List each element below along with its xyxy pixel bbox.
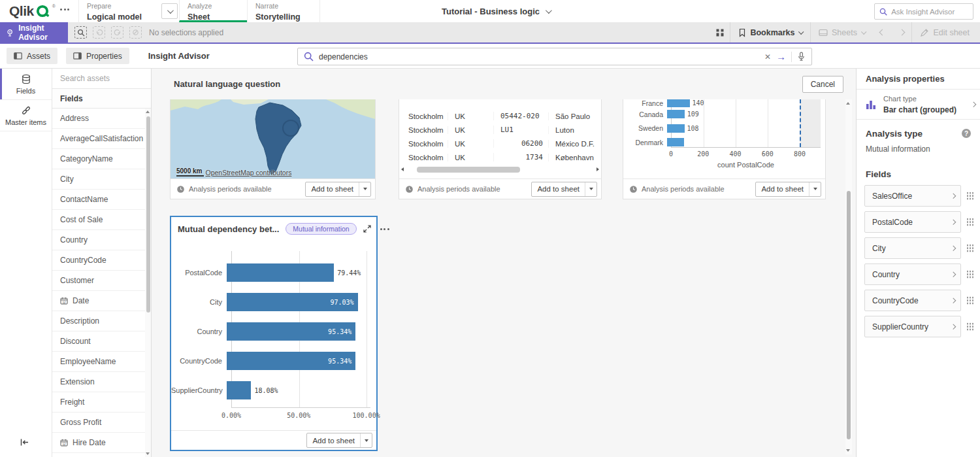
bar[interactable]: 95.34% [227,352,355,370]
map-chart-card[interactable]: 5000 km OpenStreetMap contributors Analy… [170,99,376,199]
tab-analyze[interactable]: Analyze Sheet [179,0,247,22]
scroll-down-icon[interactable] [846,449,850,452]
field-list-item[interactable]: 12 City [52,169,151,190]
mutual-dependency-chart-card[interactable]: Mutual dependency bet... Mutual informat… [170,216,378,451]
count-postalcode-chart-card[interactable]: France 140 Canada [623,99,826,199]
bar[interactable]: 97.03% [227,293,358,311]
field-list-item[interactable]: 12 Gross Profit [52,413,151,433]
scrollbar-thumb[interactable] [847,191,851,439]
field-list-item[interactable]: 12 Date [52,291,151,311]
bar[interactable]: 18.08% [227,381,251,399]
field-list-item[interactable]: 12 Country [52,230,151,250]
analysis-field-chip[interactable]: SupplierCountry [864,316,961,337]
expand-icon[interactable] [363,225,371,233]
scrollbar-track[interactable] [406,167,595,173]
drag-handle-icon[interactable] [966,244,973,253]
help-icon[interactable]: ? [962,129,971,138]
drag-handle-icon[interactable] [966,296,973,305]
add-to-sheet-button[interactable]: Add to sheet [305,182,371,197]
collapse-panel-button[interactable] [20,437,29,449]
field-list-item[interactable]: 12 Customer [52,271,151,291]
add-to-sheet-caret[interactable] [359,182,370,196]
scroll-up-icon[interactable] [146,110,150,113]
scrollbar-thumb[interactable] [417,167,520,173]
field-list-item[interactable]: 12 Freight [52,392,151,413]
add-to-sheet-button[interactable]: Add to sheet [306,433,372,448]
drag-handle-icon[interactable] [966,322,973,331]
app-title-menu[interactable]: Tutorial - Business logic [442,0,550,22]
scrollbar-thumb[interactable] [146,116,150,313]
undo-selection-button[interactable] [93,26,105,39]
analysis-field-chip[interactable]: CountryCode [864,290,961,311]
cancel-button[interactable]: Cancel [802,76,843,93]
add-to-sheet-button[interactable]: Add to sheet [755,182,821,197]
scroll-right-icon[interactable] [596,167,599,171]
microphone-icon[interactable] [797,52,806,61]
add-to-sheet-caret[interactable] [809,182,821,196]
analysis-field-chip[interactable]: PostalCode [864,211,961,233]
scroll-left-icon[interactable] [401,167,404,171]
ask-insight-advisor-input[interactable] [891,8,968,16]
analysis-field-chip[interactable]: SalesOffice [864,185,961,207]
smart-search-button[interactable] [74,26,87,39]
scroll-down-icon[interactable] [146,452,150,455]
insight-advisor-button[interactable]: Insight Advisor [0,22,68,42]
rail-tab-master-items[interactable]: Master items [0,100,52,131]
add-to-sheet-caret[interactable] [360,433,372,447]
clear-selections-button[interactable] [129,26,142,39]
field-list-item[interactable]: 12 CategoryName [52,149,151,169]
add-to-sheet-button[interactable]: Add to sheet [531,182,597,197]
rail-tab-fields[interactable]: Fields [0,69,52,100]
assets-search-input[interactable] [60,74,143,83]
bar[interactable]: 79.44% [227,263,334,282]
bar[interactable] [667,124,685,133]
field-list-item[interactable]: 12 AverageCallSatisfaction [52,129,151,149]
field-list-item[interactable]: 12 EmployeeName [52,352,151,372]
field-list-item[interactable]: 12 Hire Date [52,433,151,453]
scroll-up-icon[interactable] [846,102,850,105]
bar[interactable] [667,99,690,107]
insight-search-input[interactable] [319,52,759,61]
previous-sheet-button[interactable] [872,22,892,42]
field-list-item[interactable]: 12 Description [52,311,151,331]
table-horizontal-scrollbar[interactable] [399,165,601,173]
chart-type-row[interactable]: Chart type Bar chart (grouped) [857,90,980,120]
sheets-button[interactable]: Sheets [811,22,872,42]
cell-postal-code: 1734 [493,153,548,161]
bar[interactable] [667,138,684,146]
app-objects-button[interactable] [710,22,730,42]
field-list-item[interactable]: 12 Address [52,109,151,129]
drag-handle-icon[interactable] [966,192,973,201]
clear-search-icon[interactable]: ✕ [764,52,771,61]
fields-scrollbar[interactable] [145,109,151,457]
map-attribution-link[interactable]: OpenStreetMap contributors [205,169,291,177]
field-list-item[interactable]: 12 ContactName [52,190,151,210]
prepare-dropdown-button[interactable] [161,3,178,19]
bar[interactable] [667,110,685,118]
drag-handle-icon[interactable] [966,270,973,279]
analysis-field-chip[interactable]: City [864,237,961,259]
properties-toggle-button[interactable]: Properties [66,48,129,64]
tab-narrate[interactable]: Narrate Storytelling [247,0,320,22]
field-list-item[interactable]: 12 Cost of Sale [52,210,151,230]
redo-selection-button[interactable] [111,26,123,39]
drag-handle-icon[interactable] [966,218,973,227]
field-list-item[interactable]: 12 CountryCode [52,250,151,271]
results-scrollbar[interactable] [845,99,852,454]
table-chart-card[interactable]: Stockholm UK 05442-020 São Paulo Stockho… [399,99,602,199]
field-list-item[interactable]: 12 Extension [52,372,151,392]
next-sheet-button[interactable] [892,22,911,42]
submit-search-icon[interactable]: → [776,52,786,61]
more-menu-icon[interactable] [60,8,69,10]
bar-category-label: Denmark [623,139,667,146]
analysis-field-chip[interactable]: Country [864,263,961,285]
add-to-sheet-caret[interactable] [585,182,596,196]
qlik-logo[interactable]: Qlik ® [9,3,56,20]
bar[interactable]: 95.34% [227,322,355,341]
edit-sheet-button[interactable]: Edit sheet [912,22,980,42]
assets-toggle-button[interactable]: Assets [7,48,57,64]
tab-prepare[interactable]: Prepare Logical model [78,0,158,22]
bookmarks-button[interactable]: Bookmarks [730,22,810,42]
field-list-item[interactable]: 12 Discount [52,331,151,352]
card-menu-icon[interactable] [380,228,389,230]
